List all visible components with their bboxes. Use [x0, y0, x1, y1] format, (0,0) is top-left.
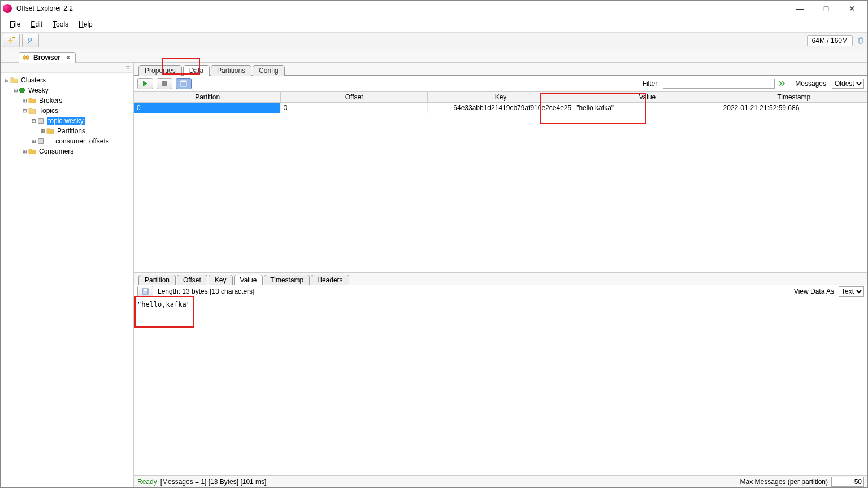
filter-label: Filter [643, 80, 658, 88]
length-label: Length: 13 bytes [13 characters] [158, 287, 254, 295]
gc-button[interactable] [856, 36, 865, 45]
tree-brokers[interactable]: ⊞ Brokers [2, 95, 132, 106]
max-messages-label: Max Messages (per partition) [740, 478, 828, 486]
topic-icon [37, 117, 45, 125]
tab-partitions-main[interactable]: Partitions [211, 65, 251, 76]
play-button[interactable] [137, 78, 153, 89]
col-partition[interactable]: Partition [134, 92, 281, 103]
maximize-button[interactable]: □ [813, 1, 839, 16]
stop-icon [161, 80, 168, 87]
svg-rect-11 [144, 289, 147, 291]
svg-point-4 [26, 56, 29, 60]
title-bar: Offset Explorer 2.2 — □ ✕ [1, 1, 867, 16]
tree-topics[interactable]: ⊟ Topics [2, 106, 132, 116]
menu-bar: File Edit Tools Help [1, 16, 867, 32]
memory-used: 64M [812, 37, 825, 45]
browser-tab-icon [23, 54, 31, 62]
table-header-row: Partition Offset Key Value Timestamp [134, 92, 867, 103]
status-dot-icon [19, 88, 25, 93]
panel-icon [180, 80, 187, 87]
cell-partition: 0 [134, 103, 281, 113]
svg-point-3 [23, 56, 26, 60]
max-messages-input[interactable] [831, 477, 864, 487]
cell-offset: 0 [281, 103, 427, 113]
menu-tools[interactable]: Tools [48, 19, 73, 29]
view-data-as-label: View Data As [794, 287, 834, 295]
tab-data[interactable]: Data [183, 65, 210, 76]
messages-label: Messages [795, 80, 826, 88]
messages-table[interactable]: Partition Offset Key Value Timestamp 0 0… [134, 91, 867, 272]
tab-config[interactable]: Config [253, 65, 285, 76]
save-detail-button[interactable] [137, 286, 153, 297]
add-cluster-button[interactable]: + [3, 34, 20, 47]
close-button[interactable]: ✕ [839, 1, 865, 16]
col-offset[interactable]: Offset [281, 92, 427, 103]
tab-close-icon[interactable]: ✕ [66, 54, 71, 62]
settings-button[interactable] [22, 34, 39, 47]
folder-open-icon [10, 76, 18, 84]
browser-tab[interactable]: Browser ✕ [19, 52, 76, 63]
col-key[interactable]: Key [427, 92, 574, 103]
svg-rect-9 [181, 81, 186, 82]
detail-tab-partition[interactable]: Partition [138, 274, 176, 285]
window-title: Offset Explorer 2.2 [16, 5, 73, 12]
status-bar: Ready [Messages = 1] [13 Bytes] [101 ms]… [134, 475, 867, 487]
status-info: [Messages = 1] [13 Bytes] [101 ms] [160, 478, 267, 486]
detail-tabs: Partition Offset Key Value Timestamp Hea… [134, 272, 867, 285]
editor-tabs: Browser ✕ [1, 49, 867, 63]
detail-tab-value[interactable]: Value [234, 274, 263, 285]
folder-icon [28, 97, 36, 104]
view-mode-button[interactable] [176, 78, 192, 89]
play-icon [142, 80, 149, 87]
sidebar-header: ▽ [1, 63, 133, 73]
svg-rect-1 [10, 38, 11, 43]
status-ready: Ready [137, 478, 157, 486]
stop-button[interactable] [157, 78, 172, 89]
app-icon [3, 4, 12, 13]
messages-select[interactable]: Oldest [832, 79, 864, 89]
go-arrow-icon [778, 80, 785, 87]
cell-key: 64e33abb1d21419cb79af910e2ce4e25 [427, 103, 574, 113]
tree-consumer-offsets[interactable]: ⊞ __consumer_offsets [2, 136, 132, 146]
detail-tab-headers[interactable]: Headers [311, 274, 349, 285]
detail-tab-key[interactable]: Key [209, 274, 233, 285]
svg-rect-5 [38, 119, 44, 124]
cell-timestamp: 2022-01-21 21:52:59.686 [721, 103, 867, 113]
view-data-as-select[interactable]: Text [839, 286, 864, 297]
memory-total: 160M [831, 37, 848, 45]
menu-file[interactable]: File [5, 19, 25, 29]
cell-value: "hello,kafka" [574, 103, 721, 113]
detail-body[interactable]: "hello,kafka" [134, 298, 867, 475]
topic-tabs: Properties Data Partitions Config [134, 63, 867, 75]
folder-icon [28, 147, 36, 155]
memory-indicator: 64M / 160M [807, 35, 853, 46]
tree-consumers[interactable]: ⊞ Consumers [2, 146, 132, 156]
collapse-icon[interactable]: ▽ [126, 65, 130, 71]
detail-toolbar: Length: 13 bytes [13 characters] View Da… [134, 285, 867, 298]
filter-input[interactable] [663, 79, 775, 89]
filter-go-button[interactable] [778, 80, 786, 88]
wrench-icon [27, 37, 34, 45]
col-value[interactable]: Value [574, 92, 721, 103]
minimize-button[interactable]: — [787, 1, 813, 16]
tree-partitions[interactable]: ⊞ Partitions [2, 126, 132, 136]
detail-tab-offset[interactable]: Offset [177, 274, 207, 285]
add-icon: + [7, 37, 15, 45]
detail-tab-timestamp[interactable]: Timestamp [264, 274, 310, 285]
menu-edit[interactable]: Edit [26, 19, 47, 29]
tree-cluster-wesky[interactable]: ⊟ Wesky [2, 85, 132, 95]
col-timestamp[interactable]: Timestamp [721, 92, 867, 103]
table-row[interactable]: 0 0 64e33abb1d21419cb79af910e2ce4e25 "he… [134, 103, 867, 113]
main-toolbar: + 64M / 160M [1, 32, 867, 49]
data-toolbar: Filter Messages Oldest [134, 76, 867, 91]
tree-clusters[interactable]: ⊟ Clusters [2, 75, 132, 85]
browser-tab-label: Browser [33, 54, 60, 62]
save-icon [142, 288, 149, 295]
svg-rect-7 [162, 81, 167, 86]
cluster-tree[interactable]: ⊟ Clusters ⊟ Wesky ⊞ Brokers ⊟ Topics ⊟ [1, 73, 133, 159]
tree-topic-wesky[interactable]: ⊟ topic-wesky [2, 116, 132, 126]
tab-properties[interactable]: Properties [138, 65, 182, 76]
topic-icon [37, 137, 45, 145]
folder-icon [46, 127, 54, 135]
menu-help[interactable]: Help [74, 19, 97, 29]
